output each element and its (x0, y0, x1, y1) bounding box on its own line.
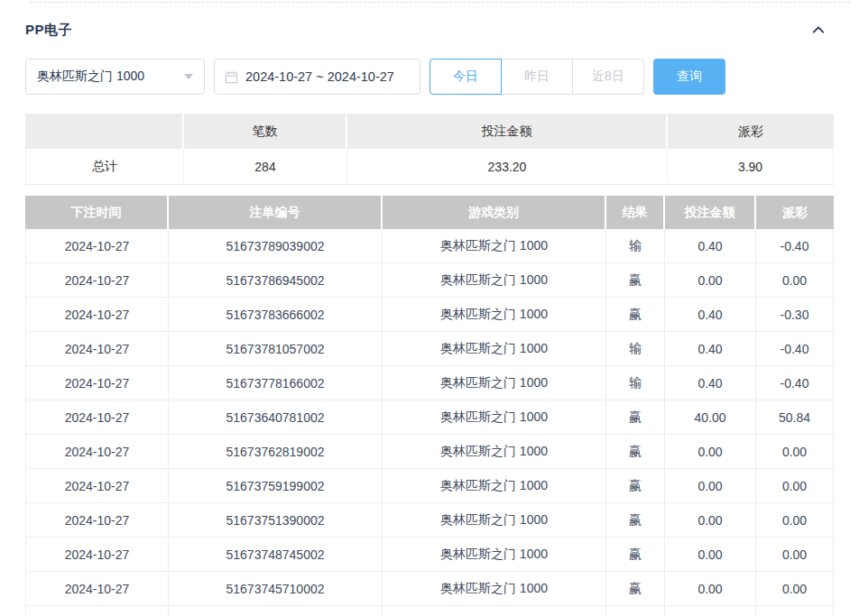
result-cell: 赢 (606, 538, 665, 571)
summary-header-row: 笔数 投注金额 派彩 (25, 114, 834, 149)
amount-cell: 0.00 (665, 263, 756, 297)
date-cell: 2024-10-27 (25, 366, 169, 400)
game-cell: 奥林匹斯之门 1000 (383, 332, 606, 365)
amount-cell: 0.00 (665, 469, 756, 502)
date-cell: 2024-10-27 (25, 469, 169, 502)
collapse-button[interactable] (808, 21, 828, 39)
table-row: 2024-10-27 51673762819002 奥林匹斯之门 1000 赢 … (25, 435, 834, 469)
game-cell: 奥林匹斯之门 1000 (383, 229, 606, 262)
bet-id-cell: 51673781057002 (169, 332, 383, 365)
game-select-value: 奥林匹斯之门 1000 (37, 69, 144, 85)
game-cell: 奥林匹斯之门 1000 (383, 572, 606, 605)
panel-header: PP电子 (0, 3, 859, 39)
game-cell: 奥林匹斯之门 1000 (383, 469, 606, 502)
bet-id-cell: 51673745710002 (169, 572, 383, 605)
game-cell: 奥林匹斯之门 1000 (383, 366, 606, 400)
result-cell: 赢 (606, 503, 665, 537)
payout-cell: 0.00 (756, 538, 834, 571)
calendar-icon (225, 70, 238, 84)
payout-cell: 0.00 (756, 572, 834, 605)
amount-cell: 0.00 (665, 572, 756, 605)
date-range-picker[interactable]: 2024-10-27 ~ 2024-10-27 (214, 59, 420, 95)
records-header-bet-amount: 投注金额 (665, 196, 756, 229)
payout-cell: -0.40 (756, 229, 834, 262)
date-cell: 2024-10-27 (25, 229, 169, 262)
bet-id-cell: 51673786945002 (169, 263, 383, 297)
game-cell: 奥林匹斯之门 1000 (383, 538, 606, 571)
table-row: 2024-10-27 51673640781002 奥林匹斯之门 1000 赢 … (25, 400, 834, 435)
payout-cell: 0.00 (756, 469, 834, 502)
query-button[interactable]: 查询 (653, 59, 725, 95)
date-cell: 2024-10-27 (25, 435, 169, 468)
summary-total-row: 总计 284 233.20 3.90 (25, 149, 834, 185)
bet-id-cell: 51673640781002 (169, 400, 383, 434)
payout-cell: -0.40 (756, 332, 834, 365)
summary-total-bet-amount: 233.20 (347, 149, 668, 184)
result-cell: 赢 (606, 469, 665, 502)
table-row: 2024-10-27 51673745710002 奥林匹斯之门 1000 赢 … (25, 572, 834, 606)
table-row: 2024-10-27 51673778166002 奥林匹斯之门 1000 输 … (25, 366, 834, 400)
amount-cell: 0.00 (665, 538, 756, 571)
table-row: 2024-10-27 51673748745002 奥林匹斯之门 1000 赢 … (25, 538, 834, 572)
date-range-value: 2024-10-27 ~ 2024-10-27 (245, 69, 394, 84)
records-body: 2024-10-27 51673789039002 奥林匹斯之门 1000 输 … (25, 229, 834, 606)
summary-total-count: 284 (184, 149, 347, 184)
summary-header-empty (25, 114, 184, 149)
bet-id-cell: 51673759199002 (169, 469, 383, 502)
yesterday-button[interactable]: 昨日 (501, 59, 573, 95)
amount-cell: 0.00 (665, 503, 756, 537)
payout-cell: 0.00 (756, 263, 834, 297)
summary-table: 笔数 投注金额 派彩 总计 284 233.20 3.90 (25, 114, 834, 185)
date-cell: 2024-10-27 (25, 538, 169, 571)
today-button[interactable]: 今日 (430, 59, 502, 95)
records-header-row: 下注时间 注单编号 游戏类别 结果 投注金额 派彩 (25, 196, 834, 229)
bet-id-cell: 51673762819002 (169, 435, 383, 468)
payout-cell: -0.40 (756, 366, 834, 400)
summary-header-bet-amount: 投注金额 (347, 114, 668, 149)
result-cell: 赢 (606, 572, 665, 605)
summary-header-payout: 派彩 (668, 114, 834, 149)
date-cell: 2024-10-27 (25, 503, 169, 537)
bet-id-cell: 51673789039002 (169, 229, 383, 262)
table-row: 2024-10-27 51673759199002 奥林匹斯之门 1000 赢 … (25, 469, 834, 503)
bet-id-cell: 51673748745002 (169, 538, 383, 571)
table-row: 2024-10-27 51673751390002 奥林匹斯之门 1000 赢 … (25, 503, 834, 538)
filter-bar: 奥林匹斯之门 1000 2024-10-27 ~ 2024-10-27 今日 昨… (0, 59, 859, 95)
table-row: 2024-10-27 51673789039002 奥林匹斯之门 1000 输 … (25, 229, 834, 263)
result-cell: 赢 (606, 298, 665, 331)
amount-cell: 0.40 (665, 229, 756, 262)
records-header-result: 结果 (606, 196, 665, 229)
result-cell: 赢 (606, 263, 665, 297)
date-cell: 2024-10-27 (25, 572, 169, 605)
date-cell: 2024-10-27 (25, 298, 169, 331)
summary-total-label: 总计 (25, 149, 184, 184)
payout-cell: 50.84 (756, 400, 834, 434)
game-cell: 奥林匹斯之门 1000 (383, 435, 606, 468)
result-cell: 输 (606, 229, 665, 262)
game-cell: 奥林匹斯之门 1000 (383, 298, 606, 331)
bet-id-cell: 51673778166002 (169, 366, 383, 400)
records-header-game: 游戏类别 (383, 196, 606, 229)
result-cell: 赢 (606, 435, 665, 468)
quick-range-group: 今日 昨日 近8日 (430, 59, 644, 95)
records-table: 下注时间 注单编号 游戏类别 结果 投注金额 派彩 2024-10-27 516… (25, 196, 834, 616)
game-select[interactable]: 奥林匹斯之门 1000 (25, 59, 205, 95)
game-cell: 奥林匹斯之门 1000 (383, 400, 606, 434)
panel-title: PP电子 (25, 22, 72, 39)
records-header-payout: 派彩 (756, 196, 834, 229)
records-header-bet-time: 下注时间 (25, 196, 169, 229)
game-cell: 奥林匹斯之门 1000 (383, 503, 606, 537)
summary-header-count: 笔数 (184, 114, 347, 149)
game-cell: 奥林匹斯之门 1000 (383, 263, 606, 297)
result-cell: 输 (606, 332, 665, 365)
amount-cell: 0.40 (665, 298, 756, 331)
date-cell: 2024-10-27 (25, 400, 169, 434)
table-row: 2024-10-27 51673781057002 奥林匹斯之门 1000 输 … (25, 332, 834, 366)
last8days-button[interactable]: 近8日 (572, 59, 644, 95)
table-row: 2024-10-27 51673783666002 奥林匹斯之门 1000 赢 … (25, 298, 834, 332)
payout-cell: -0.30 (756, 298, 834, 331)
result-cell: 赢 (606, 400, 665, 434)
payout-cell: 0.00 (756, 435, 834, 468)
chevron-up-icon (810, 22, 827, 38)
summary-total-payout: 3.90 (668, 149, 834, 184)
